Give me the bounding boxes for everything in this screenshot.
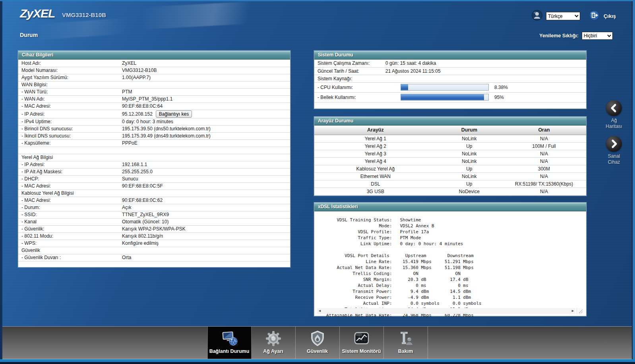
row-value: PTM (119, 88, 290, 95)
row-label: - IPv4 Uptime: (18, 118, 119, 125)
table-row: Aygıt Yazılım Sürümü:1.00(AAPP.7) (18, 74, 290, 81)
cell: RX:51198/ TX:15360(Kbps) (502, 180, 586, 188)
resize-grip-icon[interactable] (577, 308, 583, 314)
nav-item-system-monitor[interactable]: Sistem Monitörü (340, 327, 384, 359)
page-title: Durum (20, 32, 38, 38)
table-row: - Birincil DNS sunucusu:195.175.39.50 (d… (18, 125, 290, 132)
device-info-panel-title: Cihaz Bilgileri (18, 51, 290, 60)
row-label: - İkincil DNS sunucusu: (18, 132, 119, 139)
table-row: - IP Alt Ağ Maskesi:255.255.255.0 (18, 168, 290, 175)
row-label: - MAC Adresi: (18, 182, 119, 190)
nav-item-connection-status[interactable]: Bağlantı Durumu (207, 327, 252, 359)
memory-usage-label: - Bellek Kullanımı: (314, 92, 382, 102)
chevron-left-icon[interactable] (606, 100, 622, 116)
row-label: - DHCP: (18, 175, 119, 182)
scroll-left-icon[interactable]: ◄ (318, 308, 321, 314)
table-row: - 802.11 Modu:Karışık 802.11b/g/n (18, 232, 290, 240)
cell: Up (437, 180, 502, 188)
row-value: Otomatik (Güncel: 10) (119, 218, 290, 225)
nav-label: Güvenlik (307, 349, 328, 354)
row-value: Konfigüre edilmiş (119, 240, 290, 247)
refresh-interval-label: Yenileme Sıklığı: (539, 33, 579, 39)
table-row: Model Numarası:VMG3312-B10B (18, 67, 290, 74)
row-value: 90:EF:68:E8:0C:5F (119, 182, 290, 190)
row-value: ZyXEL (119, 60, 290, 67)
cell: 300M (502, 165, 586, 172)
xdsl-horizontal-scrollbar[interactable]: ◄ ► (317, 308, 575, 314)
memory-progress-bar (401, 94, 489, 101)
datetime-value: 21 Ağustos 2024 11:15:05 (382, 67, 586, 75)
cell: N/A (502, 188, 586, 195)
cell: NoDevice (437, 188, 502, 195)
row-value: 192.168.1.1 (119, 161, 290, 168)
language-globe-icon (532, 10, 542, 22)
nav-item-network-setting[interactable]: Ağ Ayarı (252, 327, 296, 359)
table-row: - MAC Adresi:90:EF:68:E8:0C:62 (18, 197, 290, 204)
column-header-status: Durum (437, 126, 502, 135)
row-label: - Birincil DNS sunucusu: (18, 125, 119, 132)
connection-status-icon (220, 330, 238, 347)
uptime-value: 0 gün: 15 saat: 4 dakika (382, 60, 586, 67)
table-row: Yerel Ağ 3NoLinkN/A (314, 150, 586, 157)
row-label: - IP Adresi: (18, 110, 119, 118)
table-row: - KanalOtomatik (Güncel: 10) (18, 218, 290, 225)
language-select[interactable]: Türkçe (546, 12, 580, 20)
row-label: Model Numarası: (18, 67, 119, 74)
system-monitor-icon (353, 330, 370, 347)
bottom-blue-strip (0, 359, 635, 362)
row-label: - IP Alt Ağ Maskesi: (18, 168, 119, 175)
row-value: 95.12.208.152Bağlantıyı kes (119, 110, 290, 118)
table-row: - IP Adresi:95.12.208.152Bağlantıyı kes (18, 110, 290, 118)
table-row: Kablosuz Yerel Ağ Bilgisi (18, 190, 290, 197)
security-icon (310, 330, 325, 347)
row-value: VMG3312-B10B (119, 67, 290, 74)
column-header-interface: Arayüz (314, 126, 437, 135)
section-label: Kablosuz Yerel Ağ Bilgisi (18, 190, 290, 197)
cell: Yerel Ağ 4 (314, 157, 437, 165)
refresh-interval-select[interactable]: Hiçbiri (582, 32, 613, 40)
network-setting-icon (265, 330, 282, 347)
row-label: - Güvenlik: (18, 225, 119, 232)
cell: 100M / Full (502, 142, 586, 150)
cpu-usage-percent: 8.38% (494, 85, 508, 90)
scroll-right-icon[interactable]: ► (571, 308, 575, 314)
memory-progress-fill (401, 94, 484, 100)
table-row: - Güvenlik Duvarı :Orta (18, 254, 290, 261)
cell: Kablosuz Yerel Ağ (314, 165, 437, 172)
virtual-device-button[interactable]: Sanal Cihaz (597, 136, 631, 165)
row-value: Karışık WPA2-PSK/WPA-PSK (119, 225, 290, 232)
section-label: WAN Bilgisi: (18, 81, 290, 88)
logout-icon[interactable] (589, 10, 599, 22)
cell: Ethernet WAN (314, 172, 437, 180)
row-value: TTNET_ZyXEL_9RX9 (119, 211, 290, 218)
table-row: - IPv4 Uptime:0 day: 0 hour: 3 minutes (18, 118, 290, 125)
row-label: - SSID: (18, 211, 119, 218)
zyxel-logo: ZyXEL (20, 7, 55, 20)
row-label: - Kapsülleme: (18, 139, 119, 147)
datetime-label: Güncel Tarih / Saat: (314, 67, 382, 75)
logout-button[interactable]: Çıkış (604, 13, 616, 19)
table-row: - WAN Adı:MyISP_PTM_35/ppp1.1 (18, 95, 290, 103)
row-value: 195.175.39.49 (dns49.turktelekom.com.tr) (119, 132, 290, 139)
cell: N/A (502, 150, 586, 157)
device-info-panel: Cihaz Bilgileri Host Adı:ZyXELModel Numa… (18, 50, 290, 267)
disconnect-button[interactable]: Bağlantıyı kes (156, 110, 192, 118)
table-row: - DHCP:Sunucu (18, 175, 290, 182)
nav-item-maintenance[interactable]: Bakım (384, 327, 428, 359)
row-value: MyISP_PTM_35/ppp1.1 (119, 95, 290, 103)
cell: N/A (502, 135, 586, 142)
row-label: Host Adı: (18, 60, 119, 67)
interface-status-table: Arayüz Durum Oran Yerel Ağ 1NoLinkN/AYer… (314, 126, 586, 196)
table-row: Güvenlik (18, 247, 290, 254)
row-label: - MAC Adresi: (18, 103, 119, 110)
nav-item-security[interactable]: Güvenlik (296, 327, 340, 359)
section-label: Yerel Ağ Bilgisi (18, 154, 290, 161)
cpu-usage-label: - CPU Kullanımı: (314, 82, 382, 92)
system-status-table: Sistem Çalışma Zamanı: 0 gün: 15 saat: 4… (314, 60, 586, 103)
system-resource-label: Sistem Kaynağı: (314, 75, 382, 82)
network-map-button[interactable]: Ağ Haritası (597, 100, 631, 130)
row-value: 90:EF:68:E8:0C:64 (119, 103, 290, 110)
maintenance-icon (397, 330, 414, 347)
chevron-right-icon[interactable] (606, 136, 622, 152)
row-value: 90:EF:68:E8:0C:62 (119, 197, 290, 204)
